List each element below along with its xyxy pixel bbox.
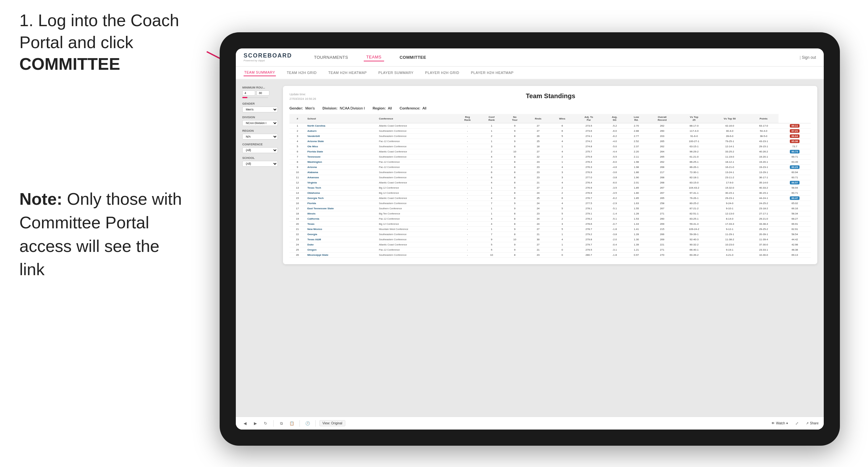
school-cell[interactable]: Illinois bbox=[305, 211, 377, 216]
rounds-slider[interactable] bbox=[242, 97, 268, 98]
view-original-button[interactable]: View: Original bbox=[319, 420, 345, 426]
table-row[interactable]: 22 Georgia Southeastern Conference - 7 8… bbox=[289, 232, 811, 237]
rank-cell: 23 bbox=[289, 237, 305, 242]
table-row[interactable]: 4 Arizona State Pac-12 Conference - 1 9 … bbox=[289, 139, 811, 144]
toolbar-expand[interactable]: ⤢ bbox=[793, 419, 801, 427]
school-select[interactable]: (All) bbox=[242, 161, 278, 167]
toolbar-copy[interactable]: ⧉ bbox=[278, 419, 285, 427]
school-cell[interactable]: Mississippi State bbox=[305, 253, 377, 258]
school-cell[interactable]: California bbox=[305, 216, 377, 222]
table-row[interactable]: 24 Duke Atlantic Coast Conference - 5 9 … bbox=[289, 242, 811, 247]
table-row[interactable]: 13 Texas Tech Big 12 Conference - 1 9 27… bbox=[289, 185, 811, 191]
reg-rank-cell: - bbox=[456, 222, 480, 227]
toolbar-paste[interactable]: 📋 bbox=[288, 419, 296, 427]
min-rounds-input-1[interactable] bbox=[242, 90, 255, 96]
conference-filter-group: Conference (All) bbox=[242, 143, 278, 153]
school-cell[interactable]: Virginia bbox=[305, 180, 377, 185]
toolbar-clock[interactable]: 🕐 bbox=[304, 419, 311, 427]
gender-select[interactable]: Men's bbox=[242, 106, 278, 113]
vs25-cell: 30-15-1 bbox=[711, 191, 748, 196]
school-cell[interactable]: Florida State bbox=[305, 149, 377, 154]
toolbar-back[interactable]: ◀ bbox=[241, 419, 249, 427]
table-row[interactable]: 7 Tennessee Southeastern Conference - 4 … bbox=[289, 154, 811, 160]
sub-nav-player-h2h-heatmap[interactable]: PLAYER H2H HEATMAP bbox=[470, 69, 514, 76]
school-cell[interactable]: Texas Tech bbox=[305, 185, 377, 191]
table-row[interactable]: 15 Georgia Tech Atlantic Coast Conferenc… bbox=[289, 196, 811, 201]
school-cell[interactable]: Auburn bbox=[305, 128, 377, 134]
school-cell[interactable]: Arizona State bbox=[305, 139, 377, 144]
share-button[interactable]: ↗ Share bbox=[806, 422, 818, 425]
school-cell[interactable]: Arizona bbox=[305, 165, 377, 170]
low-rd-cell: 1.21 bbox=[626, 247, 647, 253]
table-row[interactable]: 9 Arizona Pac-12 Conference - 3 8 23 4 2… bbox=[289, 165, 811, 170]
min-rounds-input-2[interactable] bbox=[256, 90, 270, 96]
table-row[interactable]: 20 Texas Big 12 Conference - 4 8 24 3 27… bbox=[289, 222, 811, 227]
reg-rank-cell: - bbox=[456, 128, 480, 134]
school-cell[interactable]: Georgia bbox=[305, 232, 377, 237]
sub-nav-team-summary[interactable]: TEAM SUMMARY bbox=[244, 69, 276, 76]
logo-title: SCOREBOARD bbox=[244, 53, 292, 58]
school-cell[interactable]: Vanderbilt bbox=[305, 134, 377, 139]
table-row[interactable]: 17 East Tennessee State Southern Confere… bbox=[289, 206, 811, 211]
school-cell[interactable]: Ole Miss bbox=[305, 144, 377, 149]
sub-nav-team-h2h-heatmap[interactable]: TEAM H2H HEATMAP bbox=[328, 69, 367, 76]
vs50-cell: 19-20-1 bbox=[748, 154, 779, 160]
table-row[interactable]: 10 Alabama Southeastern Conference - 6 8… bbox=[289, 170, 811, 175]
conf-rank-cell: 3 bbox=[479, 165, 504, 170]
table-row[interactable]: 3 Vanderbilt Southeastern Conference - 2… bbox=[289, 134, 811, 139]
table-row[interactable]: 8 Washington Pac-12 Conference - 2 8 23 … bbox=[289, 160, 811, 165]
school-cell[interactable]: Duke bbox=[305, 242, 377, 247]
school-cell[interactable]: Arkansas bbox=[305, 175, 377, 180]
sub-nav-player-summary[interactable]: PLAYER SUMMARY bbox=[378, 69, 414, 76]
wins-cell: 2 bbox=[551, 216, 574, 222]
school-cell[interactable]: Florida bbox=[305, 201, 377, 206]
low-record-cell: 267 bbox=[647, 191, 677, 196]
school-cell[interactable]: Oregon bbox=[305, 247, 377, 253]
school-cell[interactable]: Texas bbox=[305, 222, 377, 227]
table-row[interactable]: 14 Oklahoma Big 12 Conference - 2 8 24 2… bbox=[289, 191, 811, 196]
toolbar-refresh[interactable]: ↻ bbox=[262, 419, 270, 427]
sub-nav-player-h2h-grid[interactable]: PLAYER H2H GRID bbox=[425, 69, 460, 76]
sub-nav-team-h2h-grid[interactable]: TEAM H2H GRID bbox=[286, 69, 317, 76]
table-row[interactable]: 25 Oregon Pac-12 Conference - 5 9 21 0 2… bbox=[289, 247, 811, 253]
toolbar-forward[interactable]: ▶ bbox=[251, 419, 259, 427]
watch-button[interactable]: 👁 Watch ▾ bbox=[771, 422, 788, 425]
reg-rank-cell: - bbox=[456, 211, 480, 216]
school-cell[interactable]: East Tennessee State bbox=[305, 206, 377, 211]
table-row[interactable]: 23 Texas A&M Southeastern Conference - 9… bbox=[289, 237, 811, 242]
division-select[interactable]: NCAA Division I bbox=[242, 120, 278, 126]
table-row[interactable]: 5 Ole Miss Southeastern Conference - 3 6… bbox=[289, 144, 811, 149]
rank-cell: 22 bbox=[289, 232, 305, 237]
school-cell[interactable]: Oklahoma bbox=[305, 191, 377, 196]
rank-cell: 9 bbox=[289, 165, 305, 170]
table-row[interactable]: 16 Florida Southeastern Conference - 7 9… bbox=[289, 201, 811, 206]
table-row[interactable]: 6 Florida State Atlantic Coast Conferenc… bbox=[289, 149, 811, 154]
table-row[interactable]: 1 North Carolina Atlantic Coast Conferen… bbox=[289, 123, 811, 128]
table-row[interactable]: 2 Auburn Southeastern Conference - 1 9 2… bbox=[289, 128, 811, 134]
school-cell[interactable]: Georgia Tech bbox=[305, 196, 377, 201]
overall-cell: 72-30-1 bbox=[677, 170, 711, 175]
overall-cell: 100-27-1 bbox=[677, 139, 711, 144]
school-cell[interactable]: New Mexico bbox=[305, 227, 377, 232]
conference-select[interactable]: (All) bbox=[242, 147, 278, 153]
overall-cell: 92-40-3 bbox=[677, 237, 711, 242]
region-select[interactable]: N/A bbox=[242, 134, 278, 139]
school-cell[interactable]: North Carolina bbox=[305, 123, 377, 128]
school-cell[interactable]: Tennessee bbox=[305, 154, 377, 160]
table-row[interactable]: 18 Illinois Big Ten Conference - 1 8 23 … bbox=[289, 211, 811, 216]
points-cell: 62.91 bbox=[778, 227, 811, 232]
table-row[interactable]: 12 Virginia Atlantic Coast Conference - … bbox=[289, 180, 811, 185]
school-cell[interactable]: Washington bbox=[305, 160, 377, 165]
low-record-cell: 264 bbox=[647, 149, 677, 154]
nav-teams[interactable]: TEAMS bbox=[364, 53, 384, 61]
table-row[interactable]: 26 Mississippi State Southeastern Confer… bbox=[289, 253, 811, 258]
sign-out-button[interactable]: Sign out bbox=[800, 55, 816, 60]
table-row[interactable]: 11 Arkansas Southeastern Conference - 6 … bbox=[289, 175, 811, 180]
school-cell[interactable]: Texas A&M bbox=[305, 237, 377, 242]
nav-committee[interactable]: COMMITTEE bbox=[397, 54, 429, 61]
division-label: Division: bbox=[322, 106, 337, 110]
nav-tournaments[interactable]: TOURNAMENTS bbox=[311, 54, 351, 61]
table-row[interactable]: 21 New Mexico Mountain West Conference -… bbox=[289, 227, 811, 232]
school-cell[interactable]: Alabama bbox=[305, 170, 377, 175]
table-row[interactable]: 19 California Pac-12 Conference - 4 8 24… bbox=[289, 216, 811, 222]
